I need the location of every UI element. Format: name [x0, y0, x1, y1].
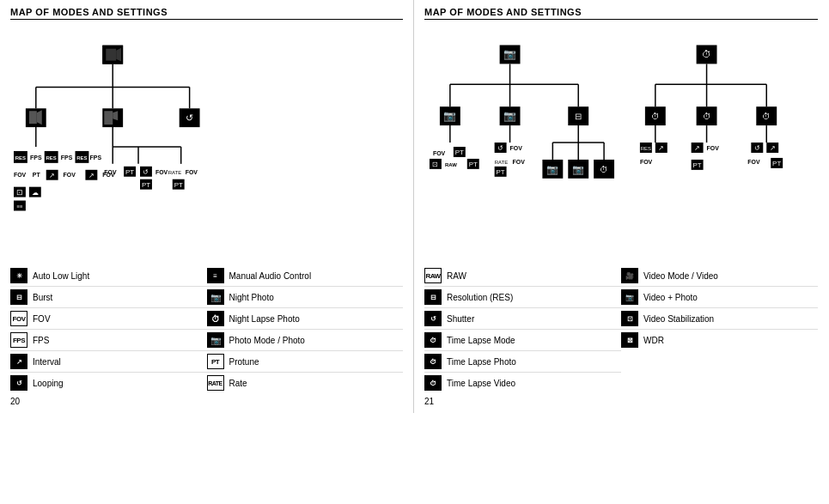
interval-icon: ↗: [10, 354, 27, 369]
right-legend: RAW RAW ⊟ Resolution (RES) ↺ Shutter ⏱ T…: [424, 265, 818, 393]
legend-video-stab: ⊡ Video Stabilization: [621, 308, 818, 330]
video-photo-icon: 📷: [621, 289, 638, 305]
video-stab-label: Video Stabilization: [643, 314, 714, 324]
legend-video-mode: 🎥 Video Mode / Video: [621, 265, 818, 287]
svg-text:FOV: FOV: [640, 159, 653, 165]
svg-text:FOV: FOV: [747, 159, 760, 165]
legend-photo-mode: 📷 Photo Mode / Photo: [207, 330, 404, 351]
svg-text:⏱: ⏱: [703, 112, 711, 121]
protune-icon: PT: [207, 354, 224, 369]
shutter-label: Shutter: [447, 314, 474, 324]
svg-text:⏱: ⏱: [600, 165, 608, 174]
svg-text:PT: PT: [455, 149, 464, 156]
night-photo-icon: 📷: [207, 289, 224, 305]
svg-text:FOV: FOV: [186, 169, 198, 175]
night-lapse-photo-label: Night Lapse Photo: [229, 314, 300, 324]
legend-fov: FOV FOV: [10, 308, 207, 330]
timelapse-photo-icon: ⏱: [424, 354, 442, 369]
right-legend-col-2: 🎥 Video Mode / Video 📷 Video + Photo ⊡ V…: [621, 265, 818, 393]
svg-text:RATE: RATE: [168, 170, 181, 175]
left-legend: ☀ Auto Low Light ⊟ Burst FOV FOV FPS FPS…: [10, 265, 403, 393]
right-title: MAP OF MODES AND SETTINGS: [424, 7, 818, 20]
right-page-num: 21: [424, 397, 818, 406]
svg-text:RES: RES: [76, 155, 87, 161]
svg-text:RES: RES: [641, 146, 651, 151]
legend-rate: RATE Rate: [207, 373, 404, 393]
legend-manual-audio: ≡ Manual Audio Control: [207, 265, 404, 287]
svg-marker-8: [106, 49, 116, 61]
svg-text:↺: ↺: [754, 144, 760, 152]
svg-text:↗: ↗: [49, 172, 55, 179]
svg-text:PT: PT: [33, 172, 41, 178]
protune-label: Protune: [229, 357, 259, 367]
svg-text:FPS: FPS: [61, 155, 73, 161]
looping-icon: ↺: [10, 375, 27, 391]
fov-icon: FOV: [10, 311, 27, 326]
svg-text:📷: 📷: [443, 109, 456, 122]
timelapse-mode-label: Time Lapse Mode: [447, 336, 515, 345]
legend-wdr: ⊠ WDR: [621, 330, 818, 350]
svg-text:⏱: ⏱: [702, 49, 711, 59]
svg-text:RAW: RAW: [445, 162, 457, 167]
shutter-icon: ↺: [424, 311, 442, 326]
svg-text:PT: PT: [469, 161, 478, 168]
interval-label: Interval: [33, 357, 61, 367]
left-title: MAP OF MODES AND SETTINGS: [10, 7, 403, 20]
wdr-label: WDR: [643, 336, 664, 345]
manual-audio-icon: ≡: [207, 268, 224, 283]
svg-text:↺: ↺: [143, 168, 149, 176]
resolution-icon: ⊟: [424, 289, 442, 305]
svg-text:⊡: ⊡: [16, 188, 23, 197]
legend-auto-low-light: ☀ Auto Low Light: [10, 265, 207, 287]
svg-text:RES: RES: [15, 155, 26, 161]
fps-icon: FPS: [10, 332, 27, 348]
left-diagram: 🎥 ↺: [10, 27, 403, 258]
legend-timelapse-photo: ⏱ Time Lapse Photo: [424, 351, 621, 373]
legend-raw: RAW RAW: [424, 265, 621, 287]
fov-label: FOV: [33, 314, 51, 324]
svg-text:↺: ↺: [497, 144, 503, 152]
legend-looping: ↺ Looping: [10, 373, 207, 393]
legend-night-photo: 📷 Night Photo: [207, 287, 404, 308]
page: MAP OF MODES AND SETTINGS 🎥: [0, 0, 829, 413]
rate-label: Rate: [229, 379, 247, 388]
svg-text:PT: PT: [174, 181, 183, 189]
svg-text:⏱: ⏱: [762, 112, 771, 121]
svg-text:FPS: FPS: [30, 155, 42, 161]
svg-text:FPS: FPS: [90, 155, 102, 161]
svg-text:FOV: FOV: [707, 145, 720, 151]
legend-col-2: ≡ Manual Audio Control 📷 Night Photo ⏱ N…: [207, 265, 404, 393]
svg-text:PT: PT: [772, 160, 781, 167]
video-mode-icon: 🎥: [621, 268, 638, 283]
right-diagram: 📷 📷 📷 ⊟ FOV: [424, 27, 818, 258]
svg-text:📷: 📷: [546, 163, 558, 175]
wdr-icon: ⊠: [621, 332, 638, 348]
burst-label: Burst: [33, 293, 52, 302]
auto-low-light-label: Auto Low Light: [33, 271, 89, 281]
raw-icon: RAW: [424, 268, 442, 283]
raw-label: RAW: [447, 271, 466, 281]
left-diagram-svg: 🎥 ↺: [10, 27, 403, 258]
timelapse-video-label: Time Lapse Video: [447, 379, 515, 388]
fps-label: FPS: [33, 336, 49, 345]
legend-shutter: ↺ Shutter: [424, 308, 621, 330]
svg-text:↗: ↗: [694, 144, 700, 152]
timelapse-mode-icon: ⏱: [424, 332, 442, 348]
svg-text:☁: ☁: [32, 189, 39, 197]
svg-text:FOV: FOV: [433, 150, 446, 156]
svg-text:FOV: FOV: [513, 159, 526, 165]
svg-text:⊟: ⊟: [575, 112, 582, 121]
night-lapse-photo-icon: ⏱: [207, 311, 224, 326]
right-half: MAP OF MODES AND SETTINGS 📷 📷: [414, 0, 828, 413]
video-photo-label: Video + Photo: [643, 293, 698, 302]
svg-text:RES: RES: [46, 155, 57, 161]
svg-text:⊡: ⊡: [432, 161, 438, 168]
svg-text:FOV: FOV: [64, 172, 76, 178]
legend-col-1: ☀ Auto Low Light ⊟ Burst FOV FOV FPS FPS…: [10, 265, 207, 393]
legend-fps: FPS FPS: [10, 330, 207, 351]
svg-text:📷: 📷: [503, 109, 516, 122]
manual-audio-label: Manual Audio Control: [229, 271, 312, 281]
photo-mode-label: Photo Mode / Photo: [229, 336, 305, 345]
looping-label: Looping: [33, 379, 64, 388]
auto-low-light-icon: ☀: [10, 268, 27, 283]
